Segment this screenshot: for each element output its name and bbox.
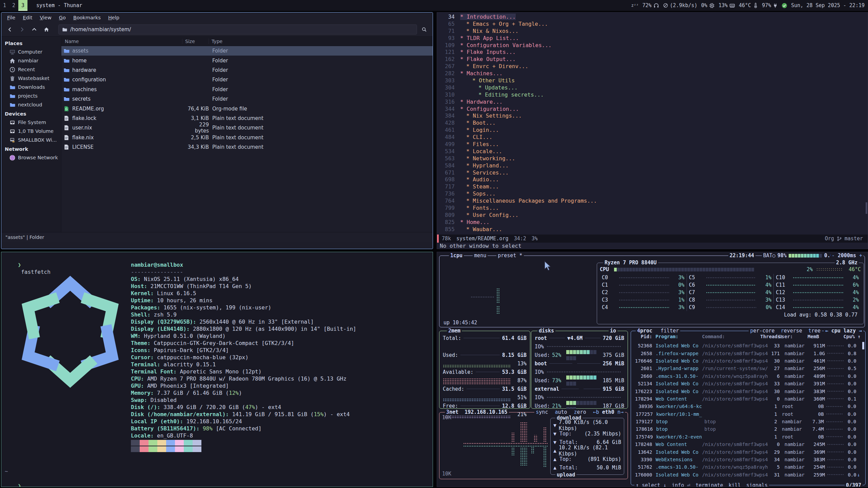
org-heading-line[interactable]: 310 * Editing secrets... [437,92,868,99]
org-heading-line[interactable]: 282 * Machines... [437,70,868,77]
cpu-indicator[interactable]: 0% [701,2,715,8]
process-row[interactable]: 176000 Isolated Web Co /nix/store/sm8fmr… [634,471,861,479]
net-control-button[interactable]: auto [555,409,567,415]
column-size[interactable]: Size [182,39,209,44]
file-row[interactable]: home Folder [61,56,433,65]
up-button[interactable] [29,25,39,34]
file-row[interactable]: machines Folder [61,85,433,94]
process-row[interactable]: 179127 btop btop 2 nambiar 7.3M 0.0 [634,418,861,425]
net-control-button[interactable]: sync [536,409,548,415]
menu-item[interactable]: Bookmarks [70,14,104,21]
org-heading-line[interactable]: 65 * Emacs + Org + Tangle... [437,21,868,28]
net-control-button[interactable]: zero [574,409,586,415]
org-heading-line[interactable]: 428 * Boot... [437,120,868,127]
menu-item[interactable]: Help [105,14,122,21]
home-button[interactable] [41,25,52,34]
process-row[interactable]: 175749 kworker/6:2-even 1 root 0B 0.0 [634,433,861,441]
org-heading-line[interactable]: 764 * Miscellaneous Packages and Program… [437,198,868,205]
org-heading-line[interactable]: 855 * Waubar... [437,226,868,233]
net-interface-selector[interactable]: ←b eth0 n→ [593,409,624,415]
org-heading-line[interactable]: 162 * Flake Output... [437,56,868,63]
proc-footer-key[interactable]: signals [746,482,768,487]
org-heading-line[interactable]: 344 * Configuration... [437,106,868,113]
process-row[interactable]: 52368 Isolated Web Co /nix/store/sm8fmrf… [634,342,861,349]
sidebar-place-item[interactable]: Recent [1,65,61,74]
proc-box-title[interactable]: 4proc [637,328,652,334]
file-row[interactable]: user.nix 229 bytes Plain text document [61,123,433,133]
org-heading-line[interactable]: 384 * Nix Settings... [437,113,868,120]
io-mode-toggle[interactable]: io [609,328,617,334]
org-heading-line[interactable]: 109 * Configuration Variables... [437,42,868,49]
header-memb[interactable]: MemB [804,334,819,341]
process-row[interactable]: 38936 kworker/u64:6-kc 1 root 0B 0.0 [634,403,861,410]
org-heading-line[interactable]: 304 * Updates... [437,84,868,92]
emacs-scrollbar[interactable] [866,202,867,214]
menu-item[interactable]: Edit [20,14,35,21]
network-indicator[interactable]: (2.9kb/s) [663,2,697,8]
proc-control-button[interactable]: per-core [750,328,774,334]
btop-tab-cpu[interactable]: 1cpu [449,252,464,259]
org-heading-line[interactable]: 671 * Services... [437,169,868,177]
header-command[interactable]: Command: [701,334,761,341]
proc-footer-key[interactable]: ↑ select ↓ [636,482,666,487]
sidebar-place-item[interactable]: Downloads [1,83,61,92]
volume-indicator[interactable]: 72% [643,2,659,8]
process-row[interactable]: 2660 .emacs-31.0.50- /nix/store/wnqz5pa8… [634,372,861,380]
column-type[interactable]: Type [209,39,433,44]
proc-footer-key[interactable]: info ⏎ [672,482,690,487]
forward-button[interactable] [17,25,27,34]
disks-box-title[interactable]: disks [537,328,555,334]
file-row[interactable]: flake.nix 2,5 KiB Plain text document [61,133,433,142]
menu-item[interactable]: File [4,14,18,21]
header-program[interactable]: Program: [652,334,701,341]
sidebar-place-item[interactable]: Wastebasket [1,74,61,83]
org-heading-line[interactable]: 799 * Fonts... [437,205,868,212]
org-heading-line[interactable]: 267 * Envrc + Direnv... [437,63,868,70]
file-row[interactable]: secrets Folder [61,94,433,104]
org-heading-line[interactable]: 698 * Audio... [437,176,868,183]
org-heading-line[interactable]: 316 * Hardware... [437,99,868,106]
memory-indicator[interactable]: 13% [718,2,735,8]
process-row[interactable]: 51762 .emacs-31.0.50- /nix/store/wnqz5pa… [634,463,861,471]
header-threads[interactable]: Threads: [760,334,774,341]
org-heading-line[interactable]: 563 * Networking... [437,155,868,162]
org-heading-line[interactable]: 461 * Login... [437,127,868,134]
sidebar-device-item[interactable]: SMALLBOX Wi... [1,136,61,144]
org-heading-line[interactable]: 121 * Flake Inputs... [437,49,868,56]
btop-preset-button[interactable]: preset * [496,252,524,259]
org-heading-line[interactable]: 534 * Locale... [437,148,868,155]
proc-sort-selector[interactable]: ← cpu lazy → [824,328,863,334]
sidebar-place-item[interactable]: nambiar [1,56,61,65]
process-row[interactable]: 178248 Web Content /nix/store/sm8fmrf3wp… [634,441,861,448]
workspace-button[interactable]: 3 [18,0,27,11]
file-row[interactable]: hardware Folder [61,65,433,75]
menu-item[interactable]: Go [56,14,69,21]
process-row[interactable]: 52134 Isolated Web Co /nix/store/sm8fmrf… [634,380,861,387]
menu-item[interactable]: View [37,14,54,21]
process-row[interactable]: 178616 btop btop 2 nambiar 7.4M 0.0 [634,425,861,433]
refresh-plus[interactable]: + [859,252,862,259]
org-heading-line[interactable]: 484 * CLI... [437,134,868,141]
mem-box-title[interactable]: 2mem [447,328,462,334]
process-row[interactable]: 176223 Isolated Web Co /nix/store/sm8fmr… [634,387,861,395]
org-heading-line[interactable]: 34 * Introduction... [437,14,868,21]
header-pid[interactable]: Pid: [634,334,652,341]
btop-menu-button[interactable]: menu [473,252,488,259]
sidebar-device-item[interactable]: File System [1,118,61,127]
file-row[interactable]: assets Folder [61,46,433,56]
column-name[interactable]: Name [61,39,182,44]
org-heading-line[interactable]: 809 * User Config... [437,212,868,219]
process-row[interactable]: 178294 Web Content /nix/store/sm8fmrf3wp… [634,395,861,403]
org-heading-line[interactable]: 717 * Steam... [437,183,868,190]
header-cpu[interactable]: Cpu% ↑ [840,334,861,341]
process-row[interactable]: 2658 .firefox-wrappe /nix/store/sm8fmrf3… [634,349,861,357]
refresh-minus[interactable]: - [832,252,835,259]
org-heading-line[interactable]: 736 * Sops... [437,190,868,198]
sidebar-place-item[interactable]: Computer [1,47,61,56]
proc-control-button[interactable]: reverse [781,328,802,334]
idle-inhibitor[interactable]: zᶻᶻ [631,3,639,8]
workspace-button[interactable]: 2 [9,0,18,11]
proc-control-button[interactable]: tree [808,328,821,334]
proc-filter-button[interactable]: filter [660,328,679,334]
file-row[interactable]: flake.lock 3,1 KiB Plain text document [61,114,433,123]
